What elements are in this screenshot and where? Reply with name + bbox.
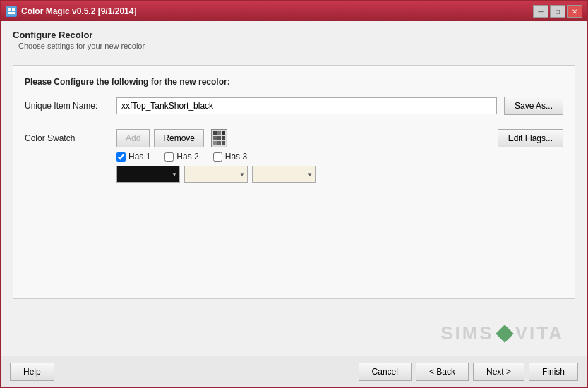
swatch-and-flags: Add Remove: [116, 129, 563, 183]
add-button[interactable]: Add: [116, 129, 150, 147]
nav-buttons: Cancel < Back Next > Finish: [359, 363, 578, 381]
has1-checkbox[interactable]: [116, 152, 126, 162]
color-dropdowns-row: ▼ ▼ ▼: [116, 166, 316, 183]
section-title: Configure Recolor: [13, 30, 575, 40]
window-controls: ─ □ ✕: [533, 5, 582, 18]
has2-checkbox[interactable]: [164, 152, 174, 162]
content-area: Configure Recolor Choose settings for yo…: [1, 21, 587, 356]
color1-dropdown[interactable]: ▼: [116, 166, 180, 183]
unique-item-row: Unique Item Name: Save As...: [25, 97, 563, 115]
unique-item-input[interactable]: [116, 97, 497, 114]
checkboxes-row: Has 1 Has 2 Has 3: [116, 152, 316, 162]
sims-diamond-icon: [496, 325, 513, 342]
swatch-controls: Add Remove: [116, 129, 316, 183]
section-header: Configure Recolor Choose settings for yo…: [13, 30, 575, 56]
color1-dropdown-wrapper: ▼: [116, 166, 180, 183]
vita-text: VITA: [515, 322, 564, 344]
color-swatch-label: Color Swatch: [25, 129, 116, 143]
svg-rect-0: [6, 6, 16, 16]
color3-dropdown[interactable]: ▼: [252, 166, 316, 183]
sims-vita-logo: SIMS VITA: [440, 322, 564, 344]
unique-item-label: Unique Item Name:: [25, 101, 116, 111]
app-icon: [6, 6, 17, 17]
svg-rect-1: [8, 8, 11, 11]
remove-button[interactable]: Remove: [154, 129, 204, 147]
color3-dropdown-wrapper: ▼: [252, 166, 316, 183]
minimize-button[interactable]: ─: [533, 5, 548, 18]
form-area: Please Configure the following for the n…: [13, 65, 575, 299]
color2-dropdown[interactable]: ▼: [184, 166, 248, 183]
main-window: Color Magic v0.5.2 [9/1/2014] ─ □ ✕ Conf…: [0, 0, 588, 388]
form-instruction: Please Configure the following for the n…: [25, 77, 563, 87]
finish-button[interactable]: Finish: [529, 363, 578, 381]
bottom-bar: Help Cancel < Back Next > Finish: [1, 356, 587, 387]
edit-flags-button[interactable]: Edit Flags...: [498, 129, 563, 147]
swatch-preview: [211, 129, 227, 147]
svg-rect-3: [8, 12, 15, 14]
swatch-buttons: Add Remove: [116, 129, 316, 147]
color-swatch-section: Color Swatch Add Remove: [25, 129, 563, 183]
sims-text: SIMS: [440, 322, 494, 344]
color2-dropdown-wrapper: ▼: [184, 166, 248, 183]
svg-rect-2: [12, 8, 15, 11]
has3-checkbox[interactable]: [213, 152, 222, 162]
close-button[interactable]: ✕: [567, 5, 582, 18]
next-button[interactable]: Next >: [473, 363, 524, 381]
cancel-button[interactable]: Cancel: [359, 363, 412, 381]
save-as-button[interactable]: Save As...: [504, 97, 563, 115]
has3-checkbox-label[interactable]: Has 3: [213, 152, 247, 162]
has1-checkbox-label[interactable]: Has 1: [116, 152, 150, 162]
maximize-button[interactable]: □: [550, 5, 565, 18]
help-button[interactable]: Help: [10, 363, 54, 381]
back-button[interactable]: < Back: [416, 363, 469, 381]
title-bar: Color Magic v0.5.2 [9/1/2014] ─ □ ✕: [1, 1, 587, 21]
window-title: Color Magic v0.5.2 [9/1/2014]: [21, 6, 533, 16]
section-subtitle: Choose settings for your new recolor: [18, 42, 575, 50]
has2-checkbox-label[interactable]: Has 2: [164, 152, 198, 162]
logo-area: SIMS VITA: [13, 305, 575, 347]
